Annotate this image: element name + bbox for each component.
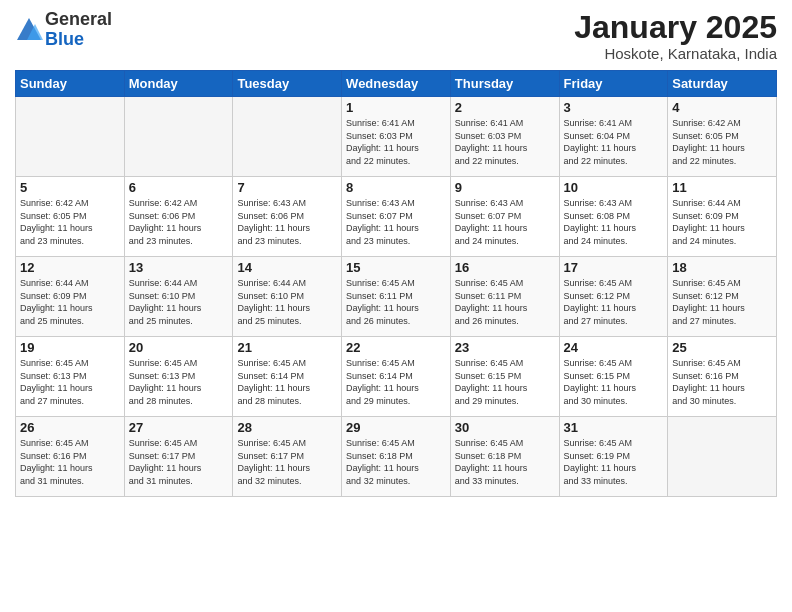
logo: General Blue	[15, 10, 112, 50]
week-row-0: 1Sunrise: 6:41 AMSunset: 6:03 PMDaylight…	[16, 97, 777, 177]
day-info: Sunrise: 6:42 AMSunset: 6:05 PMDaylight:…	[672, 117, 772, 167]
day-info: Sunrise: 6:45 AMSunset: 6:19 PMDaylight:…	[564, 437, 664, 487]
day-cell-21: 21Sunrise: 6:45 AMSunset: 6:14 PMDayligh…	[233, 337, 342, 417]
day-info: Sunrise: 6:45 AMSunset: 6:16 PMDaylight:…	[20, 437, 120, 487]
day-number: 27	[129, 420, 229, 435]
day-cell-28: 28Sunrise: 6:45 AMSunset: 6:17 PMDayligh…	[233, 417, 342, 497]
week-row-1: 5Sunrise: 6:42 AMSunset: 6:05 PMDaylight…	[16, 177, 777, 257]
day-info: Sunrise: 6:45 AMSunset: 6:18 PMDaylight:…	[346, 437, 446, 487]
day-info: Sunrise: 6:45 AMSunset: 6:12 PMDaylight:…	[672, 277, 772, 327]
week-row-2: 12Sunrise: 6:44 AMSunset: 6:09 PMDayligh…	[16, 257, 777, 337]
day-number: 31	[564, 420, 664, 435]
day-info: Sunrise: 6:45 AMSunset: 6:18 PMDaylight:…	[455, 437, 555, 487]
day-cell-15: 15Sunrise: 6:45 AMSunset: 6:11 PMDayligh…	[342, 257, 451, 337]
header-day-saturday: Saturday	[668, 71, 777, 97]
day-cell-26: 26Sunrise: 6:45 AMSunset: 6:16 PMDayligh…	[16, 417, 125, 497]
day-number: 2	[455, 100, 555, 115]
day-info: Sunrise: 6:45 AMSunset: 6:11 PMDaylight:…	[455, 277, 555, 327]
day-cell-25: 25Sunrise: 6:45 AMSunset: 6:16 PMDayligh…	[668, 337, 777, 417]
month-title: January 2025	[574, 10, 777, 45]
day-info: Sunrise: 6:45 AMSunset: 6:17 PMDaylight:…	[129, 437, 229, 487]
day-number: 17	[564, 260, 664, 275]
day-cell-6: 6Sunrise: 6:42 AMSunset: 6:06 PMDaylight…	[124, 177, 233, 257]
day-cell-empty	[124, 97, 233, 177]
day-number: 30	[455, 420, 555, 435]
day-info: Sunrise: 6:45 AMSunset: 6:16 PMDaylight:…	[672, 357, 772, 407]
day-info: Sunrise: 6:42 AMSunset: 6:06 PMDaylight:…	[129, 197, 229, 247]
day-number: 23	[455, 340, 555, 355]
logo-text: General Blue	[45, 10, 112, 50]
calendar-table: SundayMondayTuesdayWednesdayThursdayFrid…	[15, 70, 777, 497]
day-cell-30: 30Sunrise: 6:45 AMSunset: 6:18 PMDayligh…	[450, 417, 559, 497]
day-info: Sunrise: 6:45 AMSunset: 6:13 PMDaylight:…	[20, 357, 120, 407]
day-cell-2: 2Sunrise: 6:41 AMSunset: 6:03 PMDaylight…	[450, 97, 559, 177]
day-number: 7	[237, 180, 337, 195]
logo-icon	[15, 16, 43, 44]
day-info: Sunrise: 6:44 AMSunset: 6:10 PMDaylight:…	[237, 277, 337, 327]
day-cell-1: 1Sunrise: 6:41 AMSunset: 6:03 PMDaylight…	[342, 97, 451, 177]
day-number: 21	[237, 340, 337, 355]
day-cell-18: 18Sunrise: 6:45 AMSunset: 6:12 PMDayligh…	[668, 257, 777, 337]
day-number: 1	[346, 100, 446, 115]
day-cell-23: 23Sunrise: 6:45 AMSunset: 6:15 PMDayligh…	[450, 337, 559, 417]
day-number: 13	[129, 260, 229, 275]
day-number: 18	[672, 260, 772, 275]
day-cell-16: 16Sunrise: 6:45 AMSunset: 6:11 PMDayligh…	[450, 257, 559, 337]
day-cell-9: 9Sunrise: 6:43 AMSunset: 6:07 PMDaylight…	[450, 177, 559, 257]
logo-blue: Blue	[45, 30, 112, 50]
day-info: Sunrise: 6:45 AMSunset: 6:11 PMDaylight:…	[346, 277, 446, 327]
day-cell-5: 5Sunrise: 6:42 AMSunset: 6:05 PMDaylight…	[16, 177, 125, 257]
day-number: 11	[672, 180, 772, 195]
day-number: 14	[237, 260, 337, 275]
title-section: January 2025 Hoskote, Karnataka, India	[574, 10, 777, 62]
day-info: Sunrise: 6:44 AMSunset: 6:09 PMDaylight:…	[20, 277, 120, 327]
day-info: Sunrise: 6:43 AMSunset: 6:07 PMDaylight:…	[346, 197, 446, 247]
day-number: 8	[346, 180, 446, 195]
day-info: Sunrise: 6:45 AMSunset: 6:12 PMDaylight:…	[564, 277, 664, 327]
calendar-body: 1Sunrise: 6:41 AMSunset: 6:03 PMDaylight…	[16, 97, 777, 497]
day-number: 5	[20, 180, 120, 195]
day-number: 4	[672, 100, 772, 115]
day-cell-31: 31Sunrise: 6:45 AMSunset: 6:19 PMDayligh…	[559, 417, 668, 497]
day-info: Sunrise: 6:45 AMSunset: 6:14 PMDaylight:…	[237, 357, 337, 407]
day-cell-11: 11Sunrise: 6:44 AMSunset: 6:09 PMDayligh…	[668, 177, 777, 257]
day-info: Sunrise: 6:45 AMSunset: 6:15 PMDaylight:…	[564, 357, 664, 407]
day-number: 29	[346, 420, 446, 435]
header-day-thursday: Thursday	[450, 71, 559, 97]
header-day-monday: Monday	[124, 71, 233, 97]
day-info: Sunrise: 6:43 AMSunset: 6:08 PMDaylight:…	[564, 197, 664, 247]
week-row-4: 26Sunrise: 6:45 AMSunset: 6:16 PMDayligh…	[16, 417, 777, 497]
day-cell-13: 13Sunrise: 6:44 AMSunset: 6:10 PMDayligh…	[124, 257, 233, 337]
day-number: 20	[129, 340, 229, 355]
day-info: Sunrise: 6:43 AMSunset: 6:06 PMDaylight:…	[237, 197, 337, 247]
day-info: Sunrise: 6:41 AMSunset: 6:04 PMDaylight:…	[564, 117, 664, 167]
day-info: Sunrise: 6:44 AMSunset: 6:10 PMDaylight:…	[129, 277, 229, 327]
day-number: 19	[20, 340, 120, 355]
day-info: Sunrise: 6:44 AMSunset: 6:09 PMDaylight:…	[672, 197, 772, 247]
day-cell-10: 10Sunrise: 6:43 AMSunset: 6:08 PMDayligh…	[559, 177, 668, 257]
header-row: SundayMondayTuesdayWednesdayThursdayFrid…	[16, 71, 777, 97]
day-number: 9	[455, 180, 555, 195]
day-number: 15	[346, 260, 446, 275]
page: General Blue January 2025 Hoskote, Karna…	[0, 0, 792, 612]
day-number: 25	[672, 340, 772, 355]
day-info: Sunrise: 6:41 AMSunset: 6:03 PMDaylight:…	[346, 117, 446, 167]
logo-general: General	[45, 10, 112, 30]
day-info: Sunrise: 6:43 AMSunset: 6:07 PMDaylight:…	[455, 197, 555, 247]
day-cell-29: 29Sunrise: 6:45 AMSunset: 6:18 PMDayligh…	[342, 417, 451, 497]
day-cell-19: 19Sunrise: 6:45 AMSunset: 6:13 PMDayligh…	[16, 337, 125, 417]
day-cell-17: 17Sunrise: 6:45 AMSunset: 6:12 PMDayligh…	[559, 257, 668, 337]
day-number: 22	[346, 340, 446, 355]
day-info: Sunrise: 6:45 AMSunset: 6:14 PMDaylight:…	[346, 357, 446, 407]
day-info: Sunrise: 6:45 AMSunset: 6:17 PMDaylight:…	[237, 437, 337, 487]
calendar-header: SundayMondayTuesdayWednesdayThursdayFrid…	[16, 71, 777, 97]
day-cell-14: 14Sunrise: 6:44 AMSunset: 6:10 PMDayligh…	[233, 257, 342, 337]
day-cell-12: 12Sunrise: 6:44 AMSunset: 6:09 PMDayligh…	[16, 257, 125, 337]
day-info: Sunrise: 6:42 AMSunset: 6:05 PMDaylight:…	[20, 197, 120, 247]
header-day-friday: Friday	[559, 71, 668, 97]
day-number: 26	[20, 420, 120, 435]
day-cell-3: 3Sunrise: 6:41 AMSunset: 6:04 PMDaylight…	[559, 97, 668, 177]
week-row-3: 19Sunrise: 6:45 AMSunset: 6:13 PMDayligh…	[16, 337, 777, 417]
day-info: Sunrise: 6:45 AMSunset: 6:13 PMDaylight:…	[129, 357, 229, 407]
day-cell-empty	[16, 97, 125, 177]
